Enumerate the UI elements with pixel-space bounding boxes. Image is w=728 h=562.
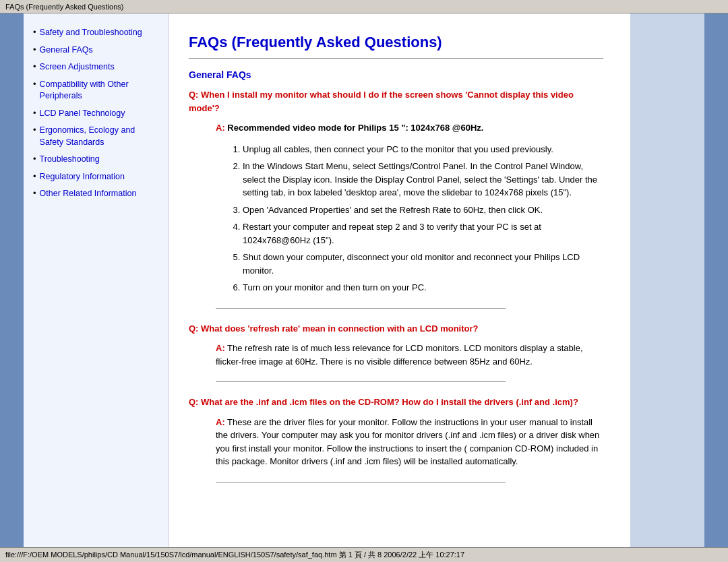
sidebar-link-0[interactable]: Safety and Troubleshooting <box>40 27 142 39</box>
sidebar-item-0: Safety and Troubleshooting <box>33 27 161 39</box>
layout: Safety and TroubleshootingGeneral FAQsSc… <box>0 13 728 547</box>
title-bar-text: FAQs (Frequently Asked Questions) <box>5 3 123 11</box>
sidebar-link-8[interactable]: Other Related Information <box>40 188 137 200</box>
answer-heading-text-0: Recommended video mode for Philips 15 ":… <box>225 123 484 133</box>
sidebar-link-4[interactable]: LCD Panel Technology <box>40 108 125 120</box>
sidebar-item-7: Regulatory Information <box>33 171 161 183</box>
sidebar-link-5[interactable]: Ergonomics, Ecology and Safety Standards <box>40 125 161 148</box>
answer-text-label-2: A: <box>216 417 225 427</box>
answer-text-2: A: These are the driver files for your m… <box>216 416 603 468</box>
sidebar: Safety and TroubleshootingGeneral FAQsSc… <box>24 13 169 547</box>
answer-heading-0: A: Recommended video mode for Philips 15… <box>216 121 603 135</box>
question-divider-1 <box>216 381 506 382</box>
sidebar-item-1: General FAQs <box>33 44 161 57</box>
sidebar-link-6[interactable]: Troubleshooting <box>40 154 100 166</box>
left-strip <box>0 13 24 547</box>
right-strip <box>630 13 704 547</box>
answer-body-1: The refresh rate is of much less relevan… <box>216 343 583 367</box>
question-text-0: When I install my monitor what should I … <box>189 90 574 113</box>
answer-body-2: These are the driver files for your moni… <box>216 417 599 467</box>
status-bar: file:///F:/OEM MODELS/philips/CD Manual/… <box>0 547 728 562</box>
question-2: Q: What are the .inf and .icm files on t… <box>189 396 603 409</box>
sidebar-item-3: Compatibility with Other Peripherals <box>33 79 161 102</box>
question-divider-2 <box>216 482 506 482</box>
sidebar-nav: Safety and TroubleshootingGeneral FAQsSc… <box>33 27 161 200</box>
list-item-0-3: Restart your computer and repeat step 2 … <box>243 220 603 247</box>
sidebar-link-7[interactable]: Regulatory Information <box>40 171 125 183</box>
question-label-2: Q: <box>189 397 198 407</box>
list-item-0-1: In the Windows Start Menu, select Settin… <box>243 160 603 199</box>
answer-text-label-1: A: <box>216 343 225 353</box>
answer-list-0: Unplug all cables, then connect your PC … <box>243 143 603 294</box>
sidebar-link-2[interactable]: Screen Adjustments <box>40 61 115 73</box>
sidebar-item-4: LCD Panel Technology <box>33 108 161 120</box>
sidebar-item-8: Other Related Information <box>33 188 161 200</box>
sidebar-link-3[interactable]: Compatibility with Other Peripherals <box>40 79 161 102</box>
list-item-0-2: Open 'Advanced Properties' and set the R… <box>243 204 603 217</box>
questions-container: Q: When I install my monitor what should… <box>189 88 603 482</box>
page-title: FAQs (Frequently Asked Questions) <box>189 34 603 51</box>
sidebar-item-6: Troubleshooting <box>33 154 161 166</box>
sidebar-link-1[interactable]: General FAQs <box>40 44 93 57</box>
question-label-1: Q: <box>189 323 198 334</box>
main-content: FAQs (Frequently Asked Questions) Genera… <box>169 13 630 547</box>
title-divider <box>189 58 603 59</box>
far-right-strip <box>704 13 728 547</box>
sidebar-item-2: Screen Adjustments <box>33 61 161 73</box>
question-label-0: Q: <box>189 90 198 100</box>
question-text-1: What does 'refresh rate' mean in connect… <box>198 323 478 334</box>
answer-label-0: A: <box>216 123 225 133</box>
question-text-2: What are the .inf and .icm files on the … <box>198 397 578 407</box>
question-0: Q: When I install my monitor what should… <box>189 88 603 115</box>
question-divider-0 <box>216 308 506 309</box>
answer-text-1: A: The refresh rate is of much less rele… <box>216 342 603 368</box>
question-1: Q: What does 'refresh rate' mean in conn… <box>189 322 603 336</box>
status-text: file:///F:/OEM MODELS/philips/CD Manual/… <box>5 550 464 560</box>
list-item-0-5: Turn on your monitor and then turn on yo… <box>243 281 603 294</box>
sidebar-item-5: Ergonomics, Ecology and Safety Standards <box>33 125 161 148</box>
section-title: General FAQs <box>189 69 603 80</box>
title-bar: FAQs (Frequently Asked Questions) <box>0 0 728 13</box>
list-item-0-0: Unplug all cables, then connect your PC … <box>243 143 603 156</box>
list-item-0-4: Shut down your computer, disconnect your… <box>243 251 603 277</box>
